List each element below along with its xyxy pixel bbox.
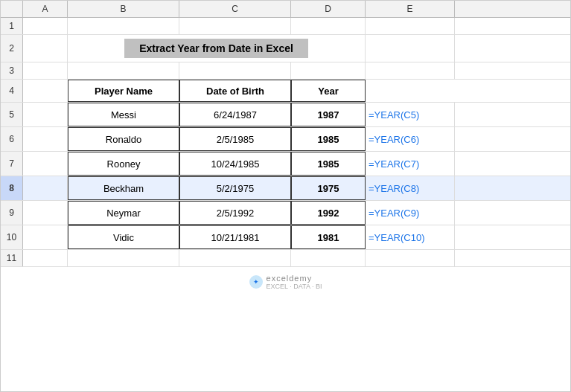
- cell-6d[interactable]: 1985: [291, 127, 366, 151]
- spreadsheet: A B C D E 1 2 Extract Year from Date in …: [0, 0, 571, 392]
- row-num-4: 4: [1, 80, 23, 102]
- row-num-7: 7: [1, 152, 23, 176]
- row-num-9: 9: [1, 201, 23, 225]
- cell-2b-title[interactable]: Extract Year from Date in Excel: [68, 35, 366, 62]
- row-num-5: 5: [1, 103, 23, 126]
- cell-1d[interactable]: [291, 18, 366, 34]
- cell-10a[interactable]: [23, 225, 68, 249]
- cell-7a[interactable]: [23, 152, 68, 176]
- cell-4e[interactable]: [366, 80, 455, 102]
- watermark-icon: ✦: [249, 275, 263, 289]
- column-headers: A B C D E: [1, 1, 570, 18]
- row-4-header: 4 Player Name Date of Birth Year: [1, 80, 570, 103]
- watermark-area: ✦ exceldemy EXCEL · DATA · BI: [1, 267, 570, 297]
- row-num-1: 1: [1, 18, 23, 34]
- row-2: 2 Extract Year from Date in Excel: [1, 35, 570, 62]
- row-5: 5 Messi 6/24/1987 1987 =YEAR(C5): [1, 103, 570, 127]
- row-8: 8 Beckham 5/2/1975 1975 =YEAR(C8): [1, 176, 570, 201]
- cell-10b[interactable]: Vidic: [68, 225, 179, 249]
- cell-3c[interactable]: [179, 62, 291, 79]
- watermark-tagline: EXCEL · DATA · BI: [267, 283, 322, 290]
- cell-5c[interactable]: 6/24/1987: [179, 103, 291, 126]
- cell-1e[interactable]: [366, 18, 455, 34]
- cell-11e[interactable]: [366, 250, 455, 266]
- cell-10c[interactable]: 10/21/1981: [179, 225, 291, 249]
- cell-5e[interactable]: =YEAR(C5): [366, 103, 455, 126]
- col-header-c[interactable]: C: [179, 1, 291, 17]
- row-10: 10 Vidic 10/21/1981 1981 =YEAR(C10): [1, 225, 570, 250]
- cell-11a[interactable]: [23, 250, 68, 266]
- cell-5b[interactable]: Messi: [68, 103, 179, 126]
- row-num-10: 10: [1, 225, 23, 249]
- row-6: 6 Ronaldo 2/5/1985 1985 =YEAR(C6): [1, 127, 570, 152]
- cell-4c-dob[interactable]: Date of Birth: [179, 80, 291, 102]
- watermark-text-block: exceldemy EXCEL · DATA · BI: [267, 274, 322, 290]
- cell-8c[interactable]: 5/2/1975: [179, 176, 291, 200]
- row-num-11: 11: [1, 250, 23, 266]
- cell-8a[interactable]: [23, 176, 68, 200]
- row-num-2: 2: [1, 35, 23, 62]
- cell-3a[interactable]: [23, 62, 68, 79]
- cell-11c[interactable]: [179, 250, 291, 266]
- cell-5d[interactable]: 1987: [291, 103, 366, 126]
- cell-8e[interactable]: =YEAR(C8): [366, 176, 455, 200]
- title-box: Extract Year from Date in Excel: [124, 39, 308, 58]
- cell-9a[interactable]: [23, 201, 68, 225]
- row-1: 1: [1, 18, 570, 35]
- col-header-b[interactable]: B: [68, 1, 179, 17]
- cell-3b[interactable]: [68, 62, 179, 79]
- cell-8b[interactable]: Beckham: [68, 176, 179, 200]
- cell-9d[interactable]: 1992: [291, 201, 366, 225]
- col-header-a[interactable]: A: [23, 1, 68, 17]
- cell-2a[interactable]: [23, 35, 68, 62]
- cell-7b[interactable]: Rooney: [68, 152, 179, 176]
- cell-11d[interactable]: [291, 250, 366, 266]
- cell-6b[interactable]: Ronaldo: [68, 127, 179, 151]
- row-7: 7 Rooney 10/24/1985 1985 =YEAR(C7): [1, 152, 570, 176]
- rows-container: 1 2 Extract Year from Date in Excel 3: [1, 18, 570, 391]
- corner-cell: [1, 1, 23, 17]
- cell-7e[interactable]: =YEAR(C7): [366, 152, 455, 176]
- cell-4a[interactable]: [23, 80, 68, 102]
- cell-6a[interactable]: [23, 127, 68, 151]
- row-11: 11: [1, 250, 570, 267]
- cell-4b-player-name[interactable]: Player Name: [68, 80, 179, 102]
- cell-7d[interactable]: 1985: [291, 152, 366, 176]
- cell-10d[interactable]: 1981: [291, 225, 366, 249]
- cell-1a[interactable]: [23, 18, 68, 34]
- row-9: 9 Neymar 2/5/1992 1992 =YEAR(C9): [1, 201, 570, 225]
- cell-3d[interactable]: [291, 62, 366, 79]
- cell-1b[interactable]: [68, 18, 179, 34]
- cell-1c[interactable]: [179, 18, 291, 34]
- cell-6e[interactable]: =YEAR(C6): [366, 127, 455, 151]
- cell-8d[interactable]: 1975: [291, 176, 366, 200]
- watermark-brand: exceldemy: [267, 274, 313, 283]
- cell-10e[interactable]: =YEAR(C10): [366, 225, 455, 249]
- cell-9e[interactable]: =YEAR(C9): [366, 201, 455, 225]
- watermark: ✦ exceldemy EXCEL · DATA · BI: [249, 274, 322, 290]
- cell-7c[interactable]: 10/24/1985: [179, 152, 291, 176]
- cell-4d-year[interactable]: Year: [291, 80, 366, 102]
- cell-5a[interactable]: [23, 103, 68, 126]
- cell-9c[interactable]: 2/5/1992: [179, 201, 291, 225]
- cell-3e[interactable]: [366, 62, 455, 79]
- row-num-8: 8: [1, 176, 23, 200]
- col-header-d[interactable]: D: [291, 1, 366, 17]
- row-num-3: 3: [1, 62, 23, 79]
- cell-9b[interactable]: Neymar: [68, 201, 179, 225]
- row-3: 3: [1, 62, 570, 80]
- cell-2e[interactable]: [366, 35, 455, 62]
- col-header-e[interactable]: E: [366, 1, 455, 17]
- cell-11b[interactable]: [68, 250, 179, 266]
- cell-6c[interactable]: 2/5/1985: [179, 127, 291, 151]
- row-num-6: 6: [1, 127, 23, 151]
